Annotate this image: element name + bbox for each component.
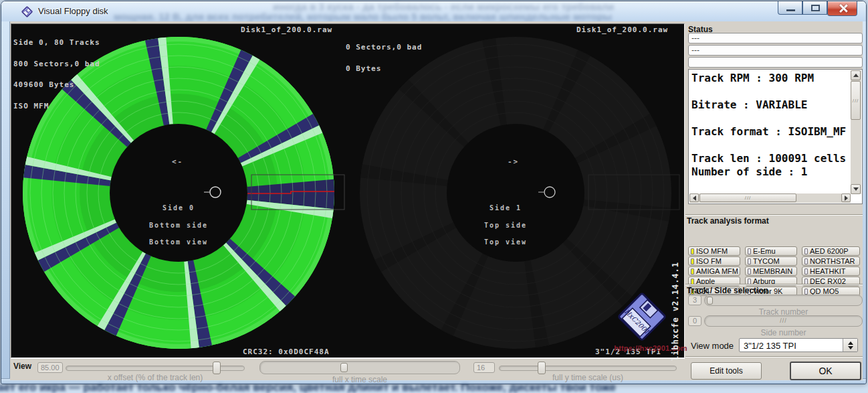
toggle-northstar[interactable]: NORTHSTAR [802, 256, 860, 266]
toggle-heathkit[interactable]: HEATHKIT [802, 266, 860, 276]
spinner-up-icon [848, 341, 853, 345]
console-line [691, 112, 849, 125]
scroll-down-button[interactable] [851, 184, 861, 194]
status-field-3[interactable] [688, 57, 863, 68]
dialog-body: Side 0, 80 Tracks 800 Sectors,0 bad 4096… [10, 21, 863, 380]
separator [685, 214, 863, 216]
view-mode-select[interactable]: 3"1/2 135 TPI [739, 338, 858, 352]
spinner-down-icon [848, 346, 853, 349]
window-title: Visual Floppy disk [38, 6, 108, 16]
console-line: Track len : 100091 cells [691, 152, 849, 165]
toggle-membrain[interactable]: MEMBRAIN [745, 266, 797, 276]
toggle-iso-mfm[interactable]: ISO MFM [688, 246, 740, 256]
maximize-button[interactable] [802, 1, 827, 15]
right-disk-info: 0 Sectors,0 bad 0 Bytes [346, 30, 422, 86]
vertical-scroll-thumb[interactable] [851, 81, 861, 120]
toggle-iso-fm[interactable]: ISO FM [688, 256, 740, 266]
status-field-1[interactable]: --- [688, 33, 863, 44]
title-bar[interactable]: Visual Floppy disk [1, 1, 866, 21]
scroll-right-button[interactable] [841, 193, 851, 202]
x-scale-slider-thumb[interactable] [340, 363, 348, 372]
led-indicator [748, 258, 751, 264]
horizontal-scrollbar[interactable] [689, 193, 851, 203]
window-border-left [1, 21, 10, 378]
left-rotation-arrow: <- [172, 159, 183, 166]
toggle-tycom[interactable]: TYCOM [745, 256, 797, 266]
side-number-slider[interactable]: /// [704, 315, 863, 327]
toggle-amiga-mfm[interactable]: AMIGA MFM [688, 266, 740, 276]
toggle-e-emu[interactable]: E-Emu [745, 246, 797, 256]
app-window: Visual Floppy disk Side 0, 80 Tracks 800… [1, 1, 867, 384]
separator [685, 356, 863, 358]
left-disk-info: Side 0, 80 Tracks 800 Sectors,0 bad 4096… [13, 25, 100, 124]
led-indicator [804, 268, 808, 274]
x-offset-label: x offset (% of the track len) [66, 373, 245, 382]
view-mode-label: View mode [691, 341, 734, 351]
arrow-right-icon [845, 195, 848, 201]
toggle-aed-6200p[interactable]: AED 6200P [802, 246, 860, 256]
led-indicator [748, 248, 751, 254]
view-bar-label: View [13, 362, 31, 371]
led-indicator [691, 248, 694, 254]
minimize-icon [786, 9, 795, 11]
status-field-2[interactable]: --- [688, 45, 863, 56]
led-indicator [804, 258, 808, 264]
led-indicator [748, 268, 751, 274]
view-bar: View 85.00 x offset (% of the track len)… [11, 358, 685, 380]
left-hub-label: Side 0 Bottom side Bottom view [128, 194, 229, 257]
led-indicator [804, 248, 808, 254]
track-side-group-label: Track / Side selection [687, 286, 768, 295]
view-mode-value: 3"1/2 135 TPI [744, 341, 796, 351]
track-number-value: 3 [688, 295, 701, 305]
led-indicator [691, 268, 694, 274]
track-info-console[interactable]: Track RPM : 300 RPM Bitrate : VARIABLE T… [688, 69, 863, 204]
edit-tools-button[interactable]: Edit tools [691, 362, 762, 380]
console-line [691, 139, 849, 152]
left-disk-filename: Disk1_of_200.0.raw [241, 27, 332, 34]
app-icon [21, 6, 33, 17]
x-scale-slider[interactable] [259, 361, 460, 374]
close-icon [838, 3, 848, 13]
scroll-left-button[interactable] [689, 193, 699, 202]
library-version: libhxcfe v2.14.4.1 [671, 246, 680, 361]
x-offset-value: 85.00 [37, 362, 63, 373]
scroll-up-button[interactable] [851, 70, 861, 80]
console-line: Track format : ISOIBM_MF [691, 125, 849, 139]
crc-value: CRC32: 0x0D0CF48A [243, 349, 330, 356]
spinner[interactable] [843, 339, 857, 351]
separator [685, 284, 863, 285]
console-line [691, 179, 849, 192]
side-number-label: Side number [704, 328, 863, 337]
console-line: Track RPM : 300 RPM [691, 72, 849, 85]
close-button[interactable] [827, 1, 857, 16]
track-analysis-group-label: Track analysis format [687, 216, 769, 226]
maximize-icon [811, 5, 820, 11]
hxc2001-logo: HxC2001 [616, 291, 668, 343]
led-indicator [691, 258, 694, 264]
right-rotation-arrow: -> [508, 159, 519, 166]
y-scale-label: full y time scale (us) [499, 373, 677, 382]
led-indicator [804, 289, 808, 295]
track-slider-thumb[interactable] [707, 297, 713, 305]
y-scale-value: 16 [473, 362, 495, 373]
x-scale-label: full x time scale [259, 375, 460, 384]
ok-button[interactable]: OK [790, 362, 861, 380]
disk-visualization-canvas[interactable]: Side 0, 80 Tracks 800 Sectors,0 bad 4096… [11, 23, 685, 358]
y-scale-slider[interactable] [499, 366, 677, 371]
right-hub-label: Side 1 Top side Top view [455, 194, 556, 257]
track-number-slider[interactable] [704, 295, 863, 306]
console-line: Bitrate : VARIABLE [691, 98, 849, 112]
right-disk-filename: Disk1_of_200.0.raw [576, 27, 668, 34]
arrow-left-icon [693, 195, 696, 201]
minimize-button[interactable] [778, 1, 802, 15]
arrow-down-icon [853, 187, 859, 191]
side-number-value: 0 [688, 316, 701, 326]
arrow-up-icon [853, 74, 859, 77]
vertical-scrollbar[interactable] [851, 70, 861, 194]
disabled-hatch: /// [780, 317, 787, 324]
console-line [691, 85, 849, 98]
horizontal-scroll-thumb[interactable] [699, 193, 796, 202]
console-line: Number of side : 1 [691, 165, 849, 179]
